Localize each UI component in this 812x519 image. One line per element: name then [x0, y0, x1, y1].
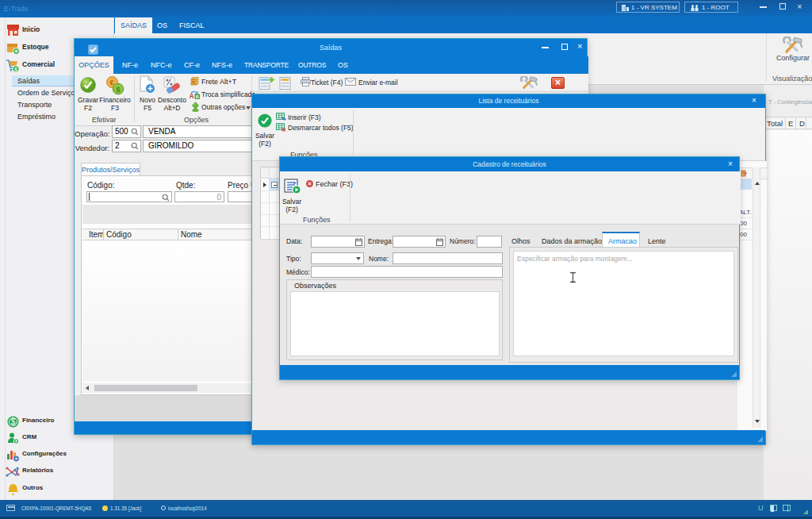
svg-text:A: A — [190, 92, 194, 99]
svg-text:B: B — [196, 94, 199, 99]
svg-text:$: $ — [116, 86, 120, 94]
svg-text:$: $ — [14, 66, 18, 73]
svg-text:€: € — [109, 79, 113, 86]
svg-text:$: $ — [11, 417, 16, 426]
